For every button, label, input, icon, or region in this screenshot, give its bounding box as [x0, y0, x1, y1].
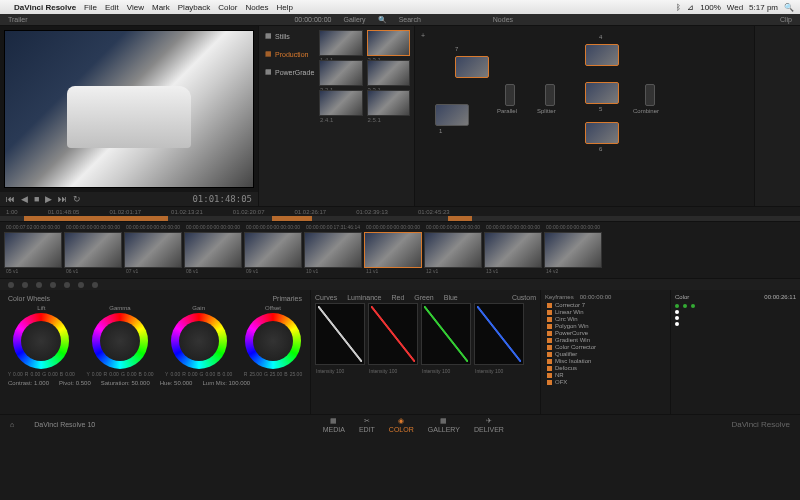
kf-item[interactable]: Qualifier	[545, 351, 666, 357]
curve-green[interactable]: Intensity 100	[421, 303, 471, 365]
gallery-thumb[interactable]: 1.4.1	[319, 30, 363, 56]
node-5[interactable]	[585, 82, 619, 104]
curve-red[interactable]: Intensity 100	[368, 303, 418, 365]
tool-icon[interactable]	[78, 282, 84, 288]
viewer-image[interactable]	[4, 30, 254, 188]
page-color[interactable]: ◉COLOR	[389, 417, 414, 433]
tool-icon[interactable]	[64, 282, 70, 288]
menu-file[interactable]: File	[84, 3, 97, 12]
kf-item[interactable]: PowerCurve	[545, 330, 666, 336]
bluetooth-icon[interactable]: ᛒ	[676, 3, 681, 12]
tool-icon[interactable]	[92, 282, 98, 288]
gallery-thumb[interactable]: 3.2.1	[319, 60, 363, 86]
clip-thumb[interactable]: 00:00:00:0000:00:00:0009 v1	[244, 224, 302, 276]
step-back-icon[interactable]: ◀	[21, 194, 28, 204]
nodes-add-icon[interactable]: +	[421, 32, 425, 39]
curve-tab-blue[interactable]: Blue	[444, 294, 458, 301]
tool-icon[interactable]	[8, 282, 14, 288]
curve-tab-red[interactable]: Red	[391, 294, 404, 301]
kf-item[interactable]: NR	[545, 372, 666, 378]
kf-item[interactable]: Color Corrector	[545, 344, 666, 350]
wifi-icon[interactable]: ⊿	[687, 3, 694, 12]
kf-item[interactable]: Defocus	[545, 365, 666, 371]
tool-icon[interactable]	[50, 282, 56, 288]
page-deliver[interactable]: ✈DELIVER	[474, 417, 504, 433]
home-icon[interactable]: ⌂	[10, 421, 14, 428]
clip-thumb[interactable]: 00:00:00:0000:00:00:0013 v1	[484, 224, 542, 276]
curve-tab-green[interactable]: Green	[414, 294, 433, 301]
stop-icon[interactable]: ■	[34, 194, 39, 204]
clip-thumb[interactable]: 00:00:00:0017:31:46:1410 v1	[304, 224, 362, 276]
tab-color-wheels[interactable]: Color Wheels	[4, 294, 54, 303]
lift-wheel[interactable]	[13, 313, 69, 369]
curve-blue[interactable]: Intensity 100	[474, 303, 524, 365]
offset-wheel[interactable]	[245, 313, 301, 369]
menu-view[interactable]: View	[127, 3, 144, 12]
page-media[interactable]: ▦MEDIA	[323, 417, 345, 433]
play-icon[interactable]: ▶	[45, 194, 52, 204]
nodes-panel[interactable]: + 7 1 Parallel Splitter 4 5 6 Combiner	[414, 26, 754, 206]
app-name[interactable]: DaVinci Resolve	[14, 3, 76, 12]
node-parallel[interactable]	[505, 84, 515, 106]
kf-item[interactable]: Misc Isolation	[545, 358, 666, 364]
macos-menubar: DaVinci Resolve File Edit View Mark Play…	[0, 0, 800, 14]
clip-thumb[interactable]: 00:00:00:0000:00:00:0006 v1	[64, 224, 122, 276]
timeline-ruler[interactable]: 1:00 01.01:48:05 01.02:01:17 01.02:13:21…	[0, 206, 800, 216]
curve-tab-lum[interactable]: Luminance	[347, 294, 381, 301]
page-edit[interactable]: ✂EDIT	[359, 417, 375, 433]
clip-thumb[interactable]: 00:00:00:0000:00:00:0007 v1	[124, 224, 182, 276]
param-hue[interactable]: Hue: 50.000	[160, 380, 193, 386]
menu-edit[interactable]: Edit	[105, 3, 119, 12]
gamma-wheel[interactable]	[92, 313, 148, 369]
menu-mark[interactable]: Mark	[152, 3, 170, 12]
gallery-thumb[interactable]: 2.4.1	[319, 90, 363, 116]
node-combiner[interactable]	[645, 84, 655, 106]
tab-primaries[interactable]: Primaries	[268, 294, 306, 303]
kf-item[interactable]: Linear Win	[545, 309, 666, 315]
menu-nodes[interactable]: Nodes	[245, 3, 268, 12]
clip-thumb[interactable]: 00:00:00:0000:00:00:0014 v2	[544, 224, 602, 276]
kf-item[interactable]: Polygon Win	[545, 323, 666, 329]
color-swatches-panel: Color00:00:26:11	[670, 290, 800, 414]
next-clip-icon[interactable]: ⏭	[58, 194, 67, 204]
curve-luminance[interactable]: Intensity 100	[315, 303, 365, 365]
kf-item[interactable]: Circ Win	[545, 316, 666, 322]
menu-help[interactable]: Help	[277, 3, 293, 12]
curve-custom[interactable]: Custom	[512, 294, 536, 301]
param-lummix[interactable]: Lum Mix: 100.000	[202, 380, 250, 386]
clip-thumb[interactable]: 00:00:00:0000:00:00:0008 v1	[184, 224, 242, 276]
tool-icon[interactable]	[22, 282, 28, 288]
gallery-thumb[interactable]: 2.3.1	[367, 30, 411, 56]
menu-color[interactable]: Color	[218, 3, 237, 12]
gallery-thumb[interactable]: 2.5.1	[367, 90, 411, 116]
gallery-cat-production[interactable]: ▦Production	[263, 48, 311, 60]
page-gallery[interactable]: ▦GALLERY	[428, 417, 460, 433]
prev-clip-icon[interactable]: ⏮	[6, 194, 15, 204]
loop-icon[interactable]: ↻	[73, 194, 81, 204]
gallery-cat-stills[interactable]: ▦Stills	[263, 30, 311, 42]
param-pivot[interactable]: Pivot: 0.500	[59, 380, 91, 386]
kf-item[interactable]: Gradient Win	[545, 337, 666, 343]
gain-wheel[interactable]	[171, 313, 227, 369]
node-splitter[interactable]	[545, 84, 555, 106]
clip-thumb[interactable]: 00:00:07:0200:00:00:0005 v1	[4, 224, 62, 276]
param-saturation[interactable]: Saturation: 50.000	[101, 380, 150, 386]
param-contrast[interactable]: Contrast: 1.000	[8, 380, 49, 386]
kf-item[interactable]: OFX	[545, 379, 666, 385]
node-1[interactable]	[435, 104, 469, 126]
node-4[interactable]	[585, 44, 619, 66]
spotlight-icon[interactable]: 🔍	[784, 3, 794, 12]
timeline-bar[interactable]	[0, 216, 800, 222]
gallery-thumb[interactable]: 3.3.1	[367, 60, 411, 86]
node-6[interactable]	[585, 122, 619, 144]
node-7[interactable]	[455, 56, 489, 78]
search-label[interactable]: Search	[399, 16, 421, 23]
clip-thumb[interactable]: 00:00:00:0000:00:00:0011 v1	[364, 224, 422, 276]
kf-item[interactable]: Corrector 7	[545, 302, 666, 308]
gallery-cat-powergrade[interactable]: ▦PowerGrade	[263, 66, 311, 78]
clip-thumb[interactable]: 00:00:00:0000:00:00:0012 v1	[424, 224, 482, 276]
page-footer: ⌂ DaVinci Resolve 10 ▦MEDIA ✂EDIT ◉COLOR…	[0, 414, 800, 434]
search-icon[interactable]: 🔍	[378, 16, 387, 24]
menu-playback[interactable]: Playback	[178, 3, 210, 12]
tool-icon[interactable]	[36, 282, 42, 288]
